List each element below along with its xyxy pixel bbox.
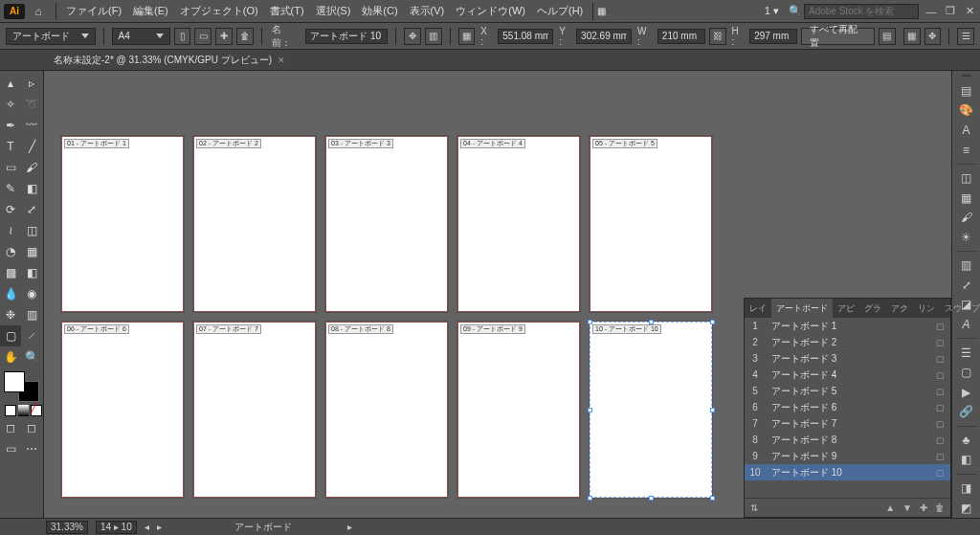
gradient-mode-icon[interactable]: [18, 405, 30, 416]
transform-panel-icon[interactable]: ✥: [924, 28, 942, 45]
panel-tab-graphics[interactable]: グラ: [859, 299, 886, 318]
width-tool-icon[interactable]: ≀: [0, 220, 21, 241]
artboard[interactable]: 08 - アートボード 8: [325, 322, 448, 498]
color-mode-icon[interactable]: [5, 405, 16, 416]
selection-handle[interactable]: [649, 320, 654, 324]
artboard-name-field[interactable]: [305, 29, 388, 44]
links-panel-icon[interactable]: 🔗: [956, 404, 977, 420]
selection-handle[interactable]: [588, 496, 592, 501]
artboard-options-icon[interactable]: ▢: [933, 435, 947, 445]
artboard-options-icon[interactable]: ▢: [933, 370, 947, 380]
artboards-panel-icon[interactable]: ▢: [956, 365, 977, 381]
selection-handle[interactable]: [710, 496, 715, 501]
artboard-list-item[interactable]: 6アートボード 6▢: [745, 399, 950, 415]
move-art-with-artboard-icon[interactable]: ✥: [404, 28, 421, 45]
rearrange-all-button[interactable]: すべて再配置: [801, 28, 875, 45]
panel-tab-artboards[interactable]: アートボード: [771, 299, 833, 318]
rectangle-tool-icon[interactable]: ▭: [0, 157, 21, 178]
orientation-landscape-icon[interactable]: ▭: [194, 28, 212, 45]
zoom-level[interactable]: 31.33%: [46, 521, 88, 534]
paintbrush-tool-icon[interactable]: 🖌: [21, 157, 42, 178]
artboard[interactable]: 09 - アートボード 9: [457, 322, 580, 498]
status-next-icon[interactable]: ▸: [157, 522, 162, 532]
rearrange-options-icon[interactable]: ▤: [879, 28, 896, 45]
magic-wand-tool-icon[interactable]: ✧: [0, 94, 21, 115]
menu-type[interactable]: 書式(T): [264, 4, 310, 18]
reference-point-icon[interactable]: ▦: [458, 28, 476, 45]
curvature-tool-icon[interactable]: 〰: [21, 115, 42, 136]
panel-tab-brushes[interactable]: ブラ: [967, 299, 980, 318]
delete-artboard-icon[interactable]: 🗑: [236, 28, 254, 45]
home-icon[interactable]: ⌂: [31, 5, 46, 18]
artboard-options-icon[interactable]: ▢: [933, 403, 947, 412]
artboard-options-icon[interactable]: ▢: [933, 354, 947, 364]
brushes-panel-icon[interactable]: 🖌: [956, 210, 977, 226]
align-panel-icon[interactable]: ▦: [903, 28, 921, 45]
panel-move-up-icon[interactable]: ▲: [885, 502, 895, 513]
menu-help[interactable]: ヘルプ(H): [531, 4, 589, 18]
artboard-list-item[interactable]: 2アートボード 2▢: [745, 334, 950, 350]
css-panel-icon[interactable]: ◧: [956, 452, 977, 468]
draw-behind-icon[interactable]: ◻: [21, 417, 42, 438]
selection-handle[interactable]: [710, 320, 715, 324]
shaper-tool-icon[interactable]: ✎: [0, 178, 21, 199]
type-panel-icon[interactable]: A: [956, 123, 977, 139]
menu-view[interactable]: 表示(V): [404, 4, 451, 18]
panel-move-down-icon[interactable]: ▼: [902, 502, 912, 513]
artboard-preset-select[interactable]: A4: [112, 28, 170, 45]
artboard[interactable]: 05 - アートボード 5: [590, 136, 712, 312]
menu-edit[interactable]: 編集(E): [127, 4, 174, 18]
artboard-list-item[interactable]: 9アートボード 9▢: [745, 448, 950, 464]
menu-window[interactable]: ウィンドウ(W): [450, 4, 531, 18]
panel-tab-links[interactable]: リン: [913, 299, 940, 318]
symbols-panel-icon[interactable]: ☀: [956, 230, 977, 246]
direct-selection-tool-icon[interactable]: ▹: [21, 73, 42, 94]
panel-tab-swatches[interactable]: スウ: [940, 299, 967, 318]
selection-handle[interactable]: [649, 496, 654, 501]
layers-panel-icon[interactable]: ☰: [956, 345, 977, 361]
appearance-panel-icon2[interactable]: A: [956, 317, 977, 333]
artboard[interactable]: 03 - アートボード 3: [325, 136, 448, 312]
panel-tab-appearance[interactable]: アピ: [833, 299, 859, 318]
w-field[interactable]: [657, 29, 705, 44]
panel-delete-icon[interactable]: 🗑: [935, 502, 945, 513]
artboard[interactable]: 10 - アートボード 10: [590, 322, 712, 498]
stroke-panel-icon[interactable]: ≡: [956, 142, 977, 158]
artboard[interactable]: 06 - アートボード 6: [61, 322, 184, 498]
zoom-tool-icon[interactable]: 🔍: [21, 346, 42, 368]
hand-tool-icon[interactable]: ✋: [0, 346, 21, 368]
screen-mode-icon[interactable]: ▭: [0, 438, 21, 459]
artboard-list-item[interactable]: 4アートボード 4▢: [745, 367, 950, 383]
artboard-options-icon[interactable]: ▢: [933, 387, 947, 396]
gradient-tool-icon[interactable]: ◧: [21, 262, 42, 283]
selection-tool-icon[interactable]: ▴: [0, 73, 21, 94]
free-transform-tool-icon[interactable]: ◫: [21, 220, 42, 241]
artboard-tool-icon[interactable]: ▢: [0, 325, 21, 346]
artboard-options-icon[interactable]: ▢: [933, 338, 947, 347]
selection-handle[interactable]: [710, 408, 715, 412]
artboard[interactable]: 02 - アートボード 2: [193, 136, 316, 312]
window-minimize-icon[interactable]: ―: [924, 6, 938, 17]
panel-tab-layers[interactable]: レイ: [745, 299, 771, 318]
shape-builder-tool-icon[interactable]: ◔: [0, 241, 21, 262]
artboard-options-icon[interactable]: ▢: [933, 322, 947, 331]
menu-effect[interactable]: 効果(C): [356, 4, 403, 18]
link-wh-icon[interactable]: ⛓: [709, 28, 726, 45]
pen-tool-icon[interactable]: ✒: [0, 115, 21, 136]
edit-toolbar-icon[interactable]: ⋯: [21, 438, 42, 459]
color-panel-icon[interactable]: 🎨: [956, 102, 977, 119]
mesh-tool-icon[interactable]: ▩: [0, 262, 21, 283]
draw-normal-icon[interactable]: ◻: [0, 417, 21, 438]
status-play-icon[interactable]: ▸: [347, 522, 352, 532]
tool-mode-chip[interactable]: アートボード: [6, 28, 96, 45]
window-close-icon[interactable]: ✕: [963, 5, 976, 17]
search-input[interactable]: [804, 4, 919, 19]
actions-panel-icon[interactable]: ▶: [956, 384, 977, 400]
graphic-styles-panel-icon[interactable]: ◨: [956, 480, 977, 497]
panel-reorder-icon[interactable]: ⇅: [750, 502, 758, 513]
status-prev-icon[interactable]: ◂: [145, 522, 149, 532]
fill-stroke-swatch[interactable]: [4, 371, 39, 402]
artboard[interactable]: 04 - アートボード 4: [457, 136, 580, 312]
align-panel-icon2[interactable]: ▥: [956, 257, 977, 274]
artboard-options-icon[interactable]: ▢: [933, 419, 947, 429]
